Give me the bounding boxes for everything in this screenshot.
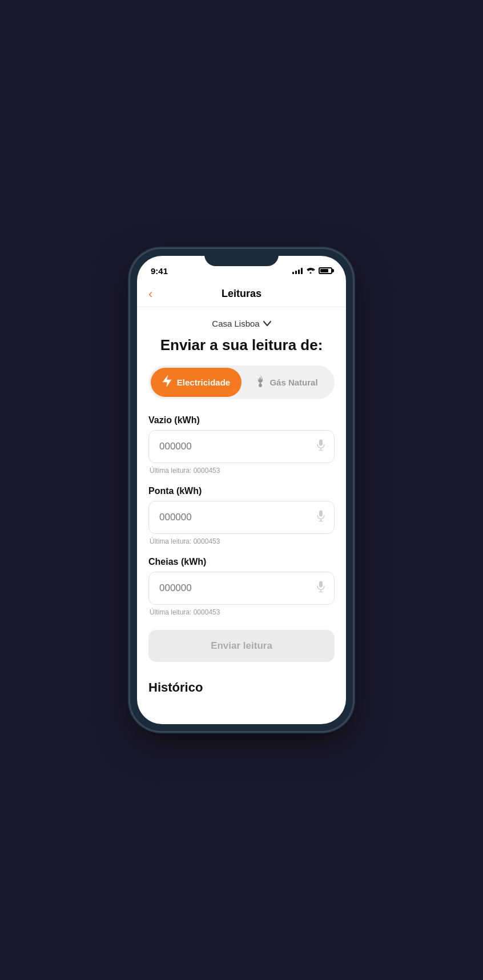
field-vazio-label: Vazio (kWh) — [148, 415, 335, 425]
status-time: 9:41 — [151, 266, 168, 276]
toggle-electricidade[interactable]: Electricidade — [151, 368, 242, 397]
field-ponta: Ponta (kWh) Última leitura: 000 — [148, 486, 335, 545]
status-icons — [292, 267, 332, 275]
location-name: Casa Lisboa — [212, 319, 259, 328]
svg-rect-3 — [319, 511, 323, 517]
toggle-group: Electricidade Gás Natural — [148, 366, 335, 399]
phone-frame: 9:41 — [130, 249, 353, 731]
field-cheias-last: Última leitura: 0000453 — [148, 608, 335, 616]
field-cheias-label: Cheias (kWh) — [148, 557, 335, 567]
toggle-gas-label: Gás Natural — [269, 377, 317, 387]
field-vazio: Vazio (kWh) Última leitura: 000 — [148, 415, 335, 475]
field-ponta-last: Última leitura: 0000453 — [148, 537, 335, 545]
field-cheias-input[interactable] — [149, 572, 334, 604]
scroll-content[interactable]: ‹ Leituras Casa Lisboa Enviar a sua leit… — [137, 281, 346, 724]
svg-rect-0 — [319, 440, 323, 446]
wifi-icon — [306, 267, 315, 275]
phone-screen: 9:41 — [137, 256, 346, 724]
notch — [204, 249, 279, 266]
mic-icon-ponta[interactable] — [317, 511, 325, 525]
toggle-electricidade-label: Electricidade — [177, 377, 230, 387]
field-vazio-last: Última leitura: 0000453 — [148, 467, 335, 475]
bolt-icon — [162, 375, 172, 390]
submit-button[interactable]: Enviar leitura — [148, 630, 335, 662]
field-ponta-input[interactable] — [149, 501, 334, 533]
back-button[interactable]: ‹ — [148, 288, 152, 300]
field-vazio-input[interactable] — [149, 431, 334, 463]
page-title: Enviar a sua leitura de: — [148, 336, 335, 354]
signal-icon — [292, 267, 303, 274]
battery-icon — [319, 267, 332, 274]
field-cheias: Cheias (kWh) Última leitura: 00 — [148, 557, 335, 616]
header-title: Leituras — [222, 288, 261, 300]
historico-title: Histórico — [148, 680, 335, 695]
svg-rect-6 — [319, 581, 323, 588]
main-content: Casa Lisboa Enviar a sua leitura de: — [137, 307, 346, 709]
flame-icon — [256, 375, 265, 390]
field-vazio-wrapper — [148, 430, 335, 463]
mic-icon-vazio[interactable] — [317, 440, 325, 454]
field-ponta-wrapper — [148, 501, 335, 534]
app-header: ‹ Leituras — [137, 281, 346, 307]
field-ponta-label: Ponta (kWh) — [148, 486, 335, 496]
mic-icon-cheias[interactable] — [317, 581, 325, 596]
toggle-gas-natural[interactable]: Gás Natural — [242, 368, 332, 397]
location-selector[interactable]: Casa Lisboa — [148, 319, 335, 328]
chevron-down-icon — [263, 321, 271, 327]
field-cheias-wrapper — [148, 572, 335, 605]
